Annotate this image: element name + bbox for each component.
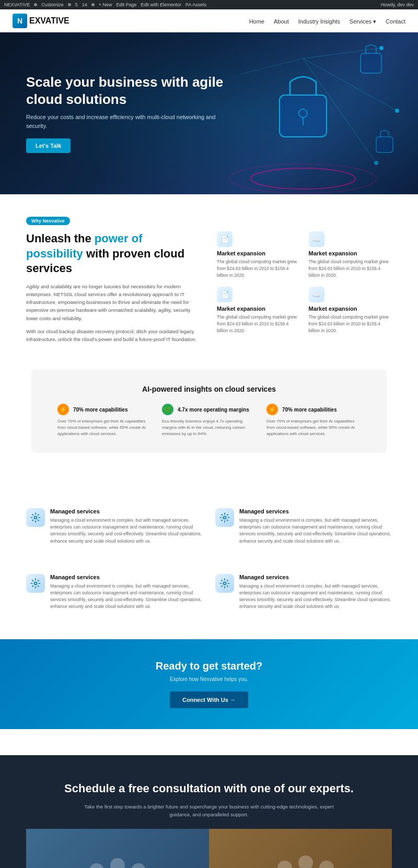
admin-site-name: NEXVATIVE bbox=[4, 2, 30, 7]
why-section: Why Nexvative Unleash the power of possi… bbox=[0, 194, 418, 369]
nav-links: Home About Industry Insights Services ▾ … bbox=[249, 16, 405, 26]
hero-title: Scale your business with agile cloud sol… bbox=[26, 74, 225, 108]
managed-card-desc-2: Managing a cloud environment is complex,… bbox=[239, 517, 392, 545]
svg-point-11 bbox=[379, 46, 384, 50]
consult-img-placeholder-left bbox=[26, 829, 209, 868]
ai-card-desc-3: Over 70% of enterprises get their AI cap… bbox=[266, 418, 361, 437]
ai-icon-1: ⚡ bbox=[57, 404, 69, 415]
svg-point-15 bbox=[224, 517, 226, 519]
managed-card-content-1: Managed services Managing a cloud enviro… bbox=[50, 508, 203, 545]
market-icon-2: ☁️ bbox=[309, 231, 324, 247]
managed-icon-1 bbox=[26, 508, 45, 527]
cta-section: Ready to get started? Explore how Nexvat… bbox=[0, 639, 418, 729]
svg-point-21 bbox=[131, 863, 146, 868]
admin-edit-page[interactable]: Edit Page bbox=[117, 2, 137, 7]
nav-home[interactable]: Home bbox=[249, 18, 264, 25]
svg-rect-9 bbox=[361, 53, 381, 73]
consult-image-left bbox=[26, 829, 209, 868]
why-title: Unleash the power of possibility with pr… bbox=[26, 231, 201, 276]
cta-subtitle: Explore how Nexvative helps you. bbox=[26, 676, 392, 682]
ai-card-desc-2: Eco-friendly business enjoys 4.7x operat… bbox=[162, 418, 256, 437]
logo[interactable]: N EXVATIVE bbox=[13, 14, 69, 28]
admin-elementor[interactable]: Edit with Elementor bbox=[141, 2, 182, 7]
svg-point-13 bbox=[374, 161, 378, 165]
ai-section: AI-powered insights on cloud services ⚡ … bbox=[31, 369, 387, 453]
ai-card-1: ⚡ 70% more capabilities Over 70% of ente… bbox=[57, 404, 152, 437]
managed-card-2: Managed services Managing a cloud enviro… bbox=[215, 500, 392, 553]
ai-card-title-2: 4.7x more operating margins bbox=[178, 407, 249, 413]
nav-contact[interactable]: Contact bbox=[386, 18, 405, 25]
cta-title: Ready to get started? bbox=[26, 660, 392, 672]
cta-button[interactable]: Connect With Us → bbox=[170, 691, 248, 708]
svg-point-17 bbox=[224, 582, 226, 584]
admin-pa[interactable]: PA Assets bbox=[185, 2, 206, 7]
managed-card-3: Managed services Managing a cloud enviro… bbox=[26, 566, 203, 619]
managed-card-content-2: Managed services Managing a cloud enviro… bbox=[239, 508, 392, 545]
market-card-3: 📄 Market expansion The global cloud comp… bbox=[217, 287, 300, 334]
managed-card-1: Managed services Managing a cloud enviro… bbox=[26, 500, 203, 553]
hero-content: Scale your business with agile cloud sol… bbox=[26, 74, 225, 153]
ai-card-header-3: ⚡ 70% more capabilities bbox=[266, 404, 361, 415]
managed-grid: Managed services Managing a cloud enviro… bbox=[26, 500, 392, 618]
ai-title: AI-powered insights on cloud services bbox=[57, 385, 361, 393]
market-icon-4: ☁️ bbox=[309, 287, 324, 302]
managed-card-title-4: Managed services bbox=[239, 574, 392, 580]
market-card-2: ☁️ Market expansion The global cloud com… bbox=[309, 231, 392, 278]
team-svg-right bbox=[248, 839, 353, 868]
svg-point-12 bbox=[395, 109, 399, 113]
why-desc1: Agility and scalability are no longer lu… bbox=[26, 283, 201, 322]
consult-title: Schedule a free consultation with one of… bbox=[26, 781, 392, 796]
admin-user: Howdy, dev dev bbox=[381, 2, 414, 7]
svg-rect-10 bbox=[376, 137, 393, 153]
ai-card-3: ⚡ 70% more capabilities Over 70% of ente… bbox=[266, 404, 361, 437]
managed-card-title-2: Managed services bbox=[239, 508, 392, 514]
consult-image-right bbox=[209, 829, 392, 868]
managed-card-content-4: Managed services Managing a cloud enviro… bbox=[239, 574, 392, 611]
hero-cta-button[interactable]: Let's Talk bbox=[26, 138, 71, 153]
managed-card-title-1: Managed services bbox=[50, 508, 203, 514]
managed-card-desc-4: Managing a cloud environment is complex,… bbox=[239, 583, 392, 611]
svg-point-20 bbox=[110, 858, 125, 868]
admin-customize[interactable]: Customize bbox=[41, 2, 64, 7]
admin-dot bbox=[34, 3, 37, 6]
svg-point-27 bbox=[319, 861, 334, 868]
nav-services[interactable]: Services ▾ bbox=[350, 18, 376, 25]
why-title-part1: Unleash the bbox=[26, 232, 95, 245]
nav-insights[interactable]: Industry Insights bbox=[298, 18, 340, 25]
logo-text: EXVATIVE bbox=[29, 16, 69, 26]
market-title-4: Market expansion bbox=[309, 306, 392, 312]
managed-card-title-3: Managed services bbox=[50, 574, 203, 580]
market-desc-3: The global cloud computing market grew f… bbox=[217, 314, 300, 334]
why-right: 📄 Market expansion The global cloud comp… bbox=[217, 231, 392, 334]
nav-about[interactable]: About bbox=[274, 18, 289, 25]
ai-card-title-1: 70% more capabilities bbox=[73, 407, 128, 413]
svg-rect-4 bbox=[280, 95, 327, 137]
managed-section: Managed services Managing a cloud enviro… bbox=[0, 489, 418, 639]
why-tag: Why Nexvative bbox=[26, 217, 70, 225]
spacer bbox=[0, 729, 418, 755]
admin-new[interactable]: + New bbox=[99, 2, 112, 7]
market-title-2: Market expansion bbox=[309, 250, 392, 256]
ai-wrapper: AI-powered insights on cloud services ⚡ … bbox=[0, 369, 418, 489]
managed-icon-3 bbox=[26, 574, 45, 593]
market-icon-3: 📄 bbox=[217, 287, 233, 302]
ai-card-2: 🌿 4.7x more operating margins Eco-friend… bbox=[162, 404, 256, 437]
market-desc-2: The global cloud computing market grew f… bbox=[309, 259, 392, 278]
team-svg-left bbox=[65, 839, 170, 868]
hero-section: Scale your business with agile cloud sol… bbox=[0, 32, 418, 194]
logo-icon: N bbox=[13, 14, 27, 28]
svg-point-16 bbox=[34, 582, 37, 584]
ai-card-title-3: 70% more capabilities bbox=[282, 407, 337, 413]
ai-card-header-1: ⚡ 70% more capabilities bbox=[57, 404, 152, 415]
svg-point-14 bbox=[34, 517, 37, 519]
why-left: Unleash the power of possibility with pr… bbox=[26, 231, 201, 348]
svg-point-26 bbox=[298, 855, 313, 868]
why-desc2: With our cloud backup disaster recovery … bbox=[26, 327, 201, 343]
managed-icon-4 bbox=[215, 574, 234, 593]
market-card-4: ☁️ Market expansion The global cloud com… bbox=[309, 287, 392, 334]
consult-subtitle: Take the first step towards a brighter f… bbox=[78, 803, 340, 818]
market-card-1: 📄 Market expansion The global cloud comp… bbox=[217, 231, 300, 278]
managed-card-content-3: Managed services Managing a cloud enviro… bbox=[50, 574, 203, 611]
market-icon-1: 📄 bbox=[217, 231, 233, 247]
ai-grid: ⚡ 70% more capabilities Over 70% of ente… bbox=[57, 404, 361, 437]
